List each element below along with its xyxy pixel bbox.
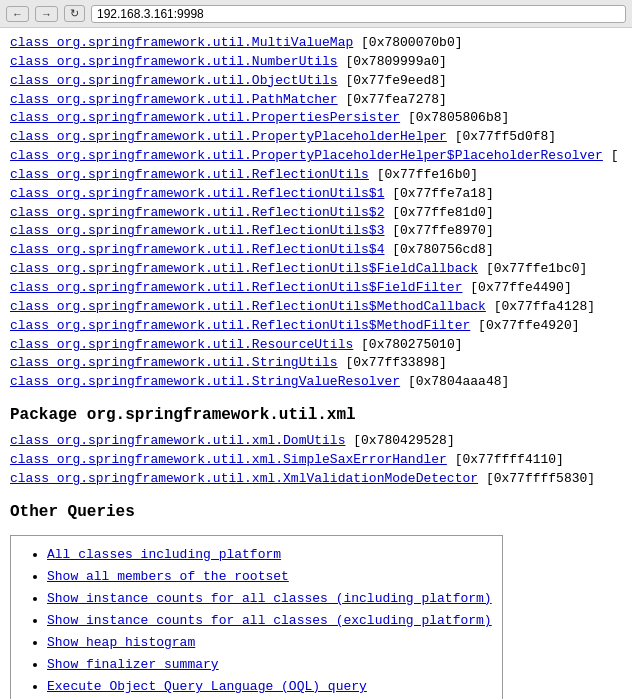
query-item: Show all members of the rootset (47, 566, 492, 588)
class-address: [0x77ff33898] (338, 355, 447, 370)
util-class-line: class org.springframework.util.PropertyP… (10, 147, 622, 166)
query-link[interactable]: Execute Object Query Language (OQL) quer… (47, 679, 367, 694)
class-link[interactable]: class org.springframework.util.Propertie… (10, 110, 400, 125)
class-address: [0x77ffe8970] (384, 223, 493, 238)
util-class-line: class org.springframework.util.Reflectio… (10, 279, 622, 298)
class-link[interactable]: class org.springframework.util.ResourceU… (10, 337, 353, 352)
xml-class-line: class org.springframework.util.xml.DomUt… (10, 432, 622, 451)
class-link[interactable]: class org.springframework.util.Reflectio… (10, 299, 486, 314)
query-link[interactable]: Show heap histogram (47, 635, 195, 650)
util-class-line: class org.springframework.util.StringVal… (10, 373, 622, 392)
query-link[interactable]: All classes including platform (47, 547, 281, 562)
class-address: [0x7800070b0] (353, 35, 462, 50)
class-link[interactable]: class org.springframework.util.xml.Simpl… (10, 452, 447, 467)
queries-list: All classes including platformShow all m… (31, 544, 492, 699)
class-address: [0x77ffe7a18] (384, 186, 493, 201)
query-link[interactable]: Show instance counts for all classes (ex… (47, 613, 492, 628)
util-class-line: class org.springframework.util.Reflectio… (10, 185, 622, 204)
util-class-line: class org.springframework.util.NumberUti… (10, 53, 622, 72)
query-item: Show instance counts for all classes (ex… (47, 610, 492, 632)
reload-button[interactable]: ↻ (64, 5, 85, 22)
browser-chrome: ← → ↻ (0, 0, 632, 28)
class-link[interactable]: class org.springframework.util.xml.DomUt… (10, 433, 345, 448)
class-address: [0x7805806b8] (400, 110, 509, 125)
forward-button[interactable]: → (35, 6, 58, 22)
class-address: [0x77ffff5830] (478, 471, 595, 486)
xml-class-list: class org.springframework.util.xml.DomUt… (10, 432, 622, 489)
class-address: [0x780756cd8] (384, 242, 493, 257)
class-link[interactable]: class org.springframework.util.Reflectio… (10, 205, 384, 220)
class-address: [ (603, 148, 619, 163)
back-button[interactable]: ← (6, 6, 29, 22)
xml-class-line: class org.springframework.util.xml.XmlVa… (10, 470, 622, 489)
class-address: [0x77ffe4920] (470, 318, 579, 333)
util-class-line: class org.springframework.util.PropertyP… (10, 128, 622, 147)
class-link[interactable]: class org.springframework.util.Reflectio… (10, 223, 384, 238)
class-link[interactable]: class org.springframework.util.Reflectio… (10, 261, 478, 276)
class-link[interactable]: class org.springframework.util.xml.XmlVa… (10, 471, 478, 486)
class-address: [0x77fea7278] (338, 92, 447, 107)
class-address: [0x77fe9eed8] (338, 73, 447, 88)
class-link[interactable]: class org.springframework.util.Reflectio… (10, 167, 369, 182)
class-link[interactable]: class org.springframework.util.StringVal… (10, 374, 400, 389)
util-class-line: class org.springframework.util.PathMatch… (10, 91, 622, 110)
util-class-line: class org.springframework.util.ResourceU… (10, 336, 622, 355)
class-address: [0x77ffe4490] (462, 280, 571, 295)
page-content: class org.springframework.util.MultiValu… (0, 28, 632, 699)
class-address: [0x77ffe16b0] (369, 167, 478, 182)
util-class-line: class org.springframework.util.Reflectio… (10, 222, 622, 241)
class-address: [0x77ffe81d0] (384, 205, 493, 220)
class-link[interactable]: class org.springframework.util.PropertyP… (10, 148, 603, 163)
class-link[interactable]: class org.springframework.util.Reflectio… (10, 318, 470, 333)
other-queries-box: All classes including platformShow all m… (10, 535, 503, 699)
class-address: [0x77ff5d0f8] (447, 129, 556, 144)
query-link[interactable]: Show all members of the rootset (47, 569, 289, 584)
util-class-line: class org.springframework.util.Propertie… (10, 109, 622, 128)
query-item: All classes including platform (47, 544, 492, 566)
util-class-line: class org.springframework.util.Reflectio… (10, 317, 622, 336)
util-class-line: class org.springframework.util.Reflectio… (10, 204, 622, 223)
query-item: Show finalizer summary (47, 654, 492, 676)
util-class-line: class org.springframework.util.MultiValu… (10, 34, 622, 53)
class-address: [0x7804aaa48] (400, 374, 509, 389)
address-bar[interactable] (91, 5, 626, 23)
query-link[interactable]: Show finalizer summary (47, 657, 219, 672)
class-link[interactable]: class org.springframework.util.PathMatch… (10, 92, 338, 107)
class-address: [0x77ffa4128] (486, 299, 595, 314)
class-address: [0x780275010] (353, 337, 462, 352)
query-link[interactable]: Show instance counts for all classes (in… (47, 591, 492, 606)
xml-class-line: class org.springframework.util.xml.Simpl… (10, 451, 622, 470)
util-class-line: class org.springframework.util.ObjectUti… (10, 72, 622, 91)
class-address: [0x7809999a0] (338, 54, 447, 69)
util-class-line: class org.springframework.util.Reflectio… (10, 260, 622, 279)
util-class-list: class org.springframework.util.MultiValu… (10, 34, 622, 392)
class-address: [0x77ffff4110] (447, 452, 564, 467)
class-link[interactable]: class org.springframework.util.PropertyP… (10, 129, 447, 144)
class-address: [0x780429528] (345, 433, 454, 448)
xml-section-heading: Package org.springframework.util.xml (10, 406, 622, 424)
class-link[interactable]: class org.springframework.util.ObjectUti… (10, 73, 338, 88)
class-link[interactable]: class org.springframework.util.StringUti… (10, 355, 338, 370)
class-address: [0x77ffe1bc0] (478, 261, 587, 276)
class-link[interactable]: class org.springframework.util.MultiValu… (10, 35, 353, 50)
class-link[interactable]: class org.springframework.util.Reflectio… (10, 280, 462, 295)
class-link[interactable]: class org.springframework.util.Reflectio… (10, 186, 384, 201)
query-item: Show heap histogram (47, 632, 492, 654)
util-class-line: class org.springframework.util.Reflectio… (10, 241, 622, 260)
query-item: Show instance counts for all classes (in… (47, 588, 492, 610)
util-class-line: class org.springframework.util.Reflectio… (10, 298, 622, 317)
class-link[interactable]: class org.springframework.util.NumberUti… (10, 54, 338, 69)
util-class-line: class org.springframework.util.Reflectio… (10, 166, 622, 185)
util-class-line: class org.springframework.util.StringUti… (10, 354, 622, 373)
other-queries-heading: Other Queries (10, 503, 622, 521)
class-link[interactable]: class org.springframework.util.Reflectio… (10, 242, 384, 257)
query-item: Execute Object Query Language (OQL) quer… (47, 676, 492, 698)
